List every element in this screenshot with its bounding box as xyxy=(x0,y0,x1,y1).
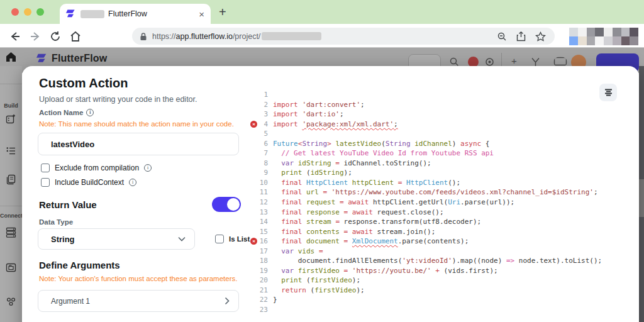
code-line[interactable]: 22} xyxy=(252,295,629,305)
line-number: 2 xyxy=(252,100,268,110)
dialog-title: Custom Action xyxy=(39,76,128,91)
data-type-label: Data Type xyxy=(39,218,73,226)
code-line[interactable]: 17 var vids = xyxy=(252,247,629,257)
lock-icon xyxy=(140,32,147,41)
code-line[interactable]: 1 xyxy=(252,90,629,100)
line-number: 13 xyxy=(252,208,268,218)
browser-extensions-area[interactable] xyxy=(569,28,638,45)
is-list-checkbox[interactable] xyxy=(215,235,224,243)
code-line[interactable]: 2import 'dart:convert'; xyxy=(252,100,629,110)
code-line[interactable]: 5 xyxy=(252,129,629,139)
database-icon xyxy=(6,227,16,238)
chevron-down-icon xyxy=(178,236,186,242)
brand-name: FlutterFlow xyxy=(52,53,107,64)
code-line[interactable]: 7 // Get latest YouTube Video Id from Yo… xyxy=(252,148,629,158)
reload-icon[interactable] xyxy=(49,30,62,43)
code-line[interactable]: 10 final HttpClient httpClient = HttpCli… xyxy=(252,178,629,188)
bookmark-star-icon[interactable] xyxy=(535,31,546,42)
forward-icon[interactable] xyxy=(29,30,42,43)
browser-tab-strip: FlutterFlow × + xyxy=(0,0,644,24)
info-icon[interactable]: i xyxy=(86,109,94,116)
address-bar[interactable]: https://app.flutterflow.io/project/ xyxy=(132,28,555,45)
blurred-project-name xyxy=(80,10,104,18)
flutterflow-brand: FlutterFlow xyxy=(36,53,107,64)
flutterflow-logo-icon xyxy=(36,53,48,64)
line-number: 10 xyxy=(252,178,268,188)
window-minimize-button[interactable] xyxy=(24,8,31,16)
code-line[interactable]: 20 print (firstVideo); xyxy=(252,275,629,286)
action-name-label: Action Name i xyxy=(39,109,94,116)
line-number: 9 xyxy=(252,168,268,178)
code-line[interactable]: 15 final contents = await stream.join(); xyxy=(252,227,629,237)
line-number: 1 xyxy=(252,90,268,100)
window-zoom-button[interactable] xyxy=(36,8,44,16)
share-icon[interactable] xyxy=(516,31,526,42)
code-line[interactable]: 3import 'dart:io'; xyxy=(252,109,629,119)
code-line[interactable]: 6Future<String> latestVideo(String idCha… xyxy=(252,139,629,149)
window-close-button[interactable] xyxy=(11,8,19,16)
define-arguments-heading: Define Arguments xyxy=(39,260,120,270)
scrollbar-thumb[interactable] xyxy=(639,179,644,217)
argument-label: Argument 1 xyxy=(51,297,90,306)
line-number: 11 xyxy=(252,187,268,197)
line-number: 12 xyxy=(252,197,268,208)
tab-title: FlutterFlow xyxy=(108,9,147,18)
exclude-compilation-checkbox[interactable] xyxy=(41,164,50,172)
code-editor[interactable]: 12import 'dart:convert';3import 'dart:io… xyxy=(252,90,629,315)
code-line[interactable]: 23 xyxy=(252,305,629,315)
url-domain: app.flutterflow.io xyxy=(176,32,233,41)
line-number: 21 xyxy=(252,286,268,296)
page-right-dimmed xyxy=(639,66,644,322)
line-number: 14 xyxy=(252,217,268,227)
code-line[interactable]: 18 document.findAllElements('yt:videoId'… xyxy=(252,256,629,266)
return-value-heading: Return Value xyxy=(39,199,97,210)
code-line[interactable]: 21 return (firstVideo); xyxy=(252,286,629,296)
line-number: 15 xyxy=(252,227,268,237)
code-line[interactable]: 12 final request = await httpClient.getU… xyxy=(252,197,629,208)
flutterflow-favicon-icon xyxy=(66,9,76,19)
line-number: 19 xyxy=(252,266,268,276)
code-line[interactable]: 13 final response = await request.close(… xyxy=(252,208,629,218)
info-icon[interactable]: i xyxy=(129,179,136,186)
code-line[interactable]: 8 var idString = idChannel.toString(); xyxy=(252,158,629,169)
back-icon[interactable] xyxy=(9,30,21,43)
action-name-input[interactable]: latestVideo xyxy=(38,133,239,155)
info-icon[interactable]: i xyxy=(144,164,152,172)
code-line[interactable]: ×4import 'package:xml/xml.dart'; xyxy=(252,119,629,130)
screenshot-canvas: FlutterFlow × + https://app.flutterflow.… xyxy=(0,0,644,322)
code-line[interactable]: ×16 final document = XmlDocument.parse(c… xyxy=(252,236,629,247)
exclude-compilation-label: Exclude from compilation xyxy=(55,164,139,172)
new-tab-button[interactable]: + xyxy=(219,5,226,19)
code-line[interactable]: 14 final stream = response.transform(utf… xyxy=(252,217,629,227)
widget-tree-icon xyxy=(6,145,16,156)
project-files-icon xyxy=(6,262,16,273)
include-buildcontext-label: Include BuildContext xyxy=(55,178,124,187)
home-icon[interactable] xyxy=(69,30,82,43)
code-line[interactable]: 11 final url = 'https://www.youtube.com/… xyxy=(252,187,629,197)
sidebar-section-build: Build xyxy=(0,103,22,109)
line-number: 6 xyxy=(252,139,268,149)
dashboard-home-icon xyxy=(6,52,16,62)
format-code-button[interactable] xyxy=(599,84,617,101)
url-path: /project/ xyxy=(233,32,260,41)
line-number: 7 xyxy=(252,148,268,158)
line-number: 3 xyxy=(252,109,268,119)
add-icon: + xyxy=(511,55,517,66)
action-name-note: Note: This name should match the action … xyxy=(39,120,234,128)
is-list-label: Is List xyxy=(229,235,250,243)
code-line[interactable]: 9 print (idString); xyxy=(252,168,629,178)
return-value-toggle[interactable] xyxy=(212,197,241,212)
blurred-project-id xyxy=(262,32,321,40)
zoom-out-icon[interactable] xyxy=(497,31,507,42)
argument-row[interactable]: Argument 1 xyxy=(38,290,239,312)
tab-close-icon[interactable]: × xyxy=(199,9,204,19)
include-buildcontext-row: Include BuildContext i xyxy=(41,178,136,187)
line-number: 18 xyxy=(252,256,268,266)
include-buildcontext-checkbox[interactable] xyxy=(41,178,50,187)
format-align-icon xyxy=(604,89,613,97)
code-line[interactable]: 19 var firstVideo = 'https://youtu.be/' … xyxy=(252,266,629,276)
line-number: 23 xyxy=(252,305,268,315)
browser-tab[interactable]: FlutterFlow × xyxy=(60,4,211,24)
data-type-dropdown[interactable]: String xyxy=(38,228,195,250)
line-number: 5 xyxy=(252,129,268,139)
